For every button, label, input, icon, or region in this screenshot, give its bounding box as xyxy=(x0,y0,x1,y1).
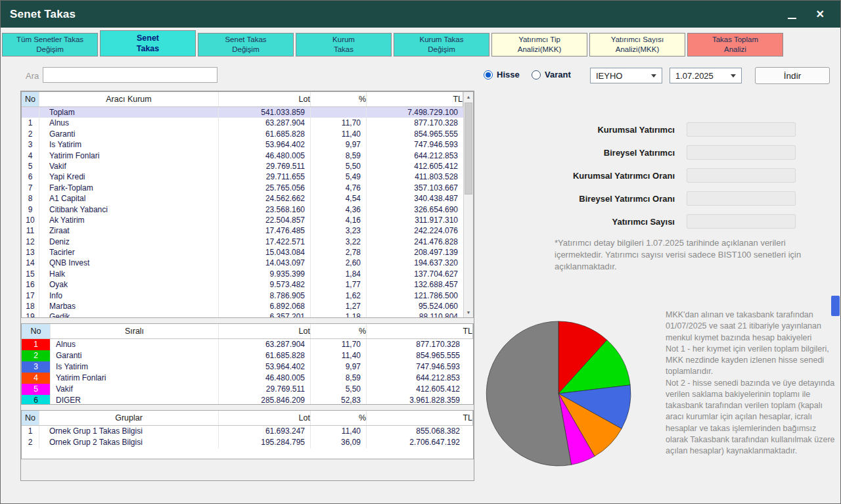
ranked-row[interactable]: 6DIGER285.846.20952,833.961.828.359 xyxy=(22,395,473,405)
cell-pct: 5,49 xyxy=(311,172,367,182)
broker-header-pct[interactable]: % xyxy=(311,92,367,106)
scroll-up-icon[interactable]: ▲ xyxy=(464,92,473,102)
investor-field-input-yatirimci-sayisi[interactable] xyxy=(687,214,796,229)
cell-lot: 541.033.859 xyxy=(219,107,311,118)
scroll-down-icon[interactable]: ▼ xyxy=(464,308,473,317)
broker-row[interactable]: 3Is Yatirim53.964.4029,97747.946.593 xyxy=(22,139,473,150)
tab-kurum-takas[interactable]: KurumTakas xyxy=(296,33,392,57)
minimize-button[interactable] xyxy=(788,18,796,19)
scroll-thumb[interactable] xyxy=(465,103,472,195)
broker-header-no[interactable]: No xyxy=(22,92,39,106)
broker-row[interactable]: 16Oyak9.573.4821,77132.688.457 xyxy=(22,279,473,290)
tab-yatirimci-sayisi-analizi-mkk[interactable]: Yatırımcı SayısıAnalizi(MKK) xyxy=(589,33,685,57)
tab-yatirimci-tip-analizi-mkk[interactable]: Yatırımcı TipAnalizi(MKK) xyxy=(491,33,587,57)
radio-unchecked-icon xyxy=(532,70,541,80)
tab-takas-toplam-analizi[interactable]: Takas ToplamAnalizi xyxy=(687,33,783,57)
broker-row[interactable]: 1Alnus63.287.90411,70877.170.328 xyxy=(22,118,473,128)
cell-pct: 4,36 xyxy=(311,204,367,215)
broker-row[interactable]: 18Marbas6.892.0681,2795.524.060 xyxy=(22,301,473,311)
group-row[interactable]: 1Ornek Grup 1 Takas Bilgisi61.693.24711,… xyxy=(22,426,473,437)
ranked-header-lot[interactable]: Lot xyxy=(219,324,311,338)
cell-lot: 195.284.795 xyxy=(219,437,311,448)
broker-row[interactable]: 7Fark-Toplam25.765.0564,76357.103.667 xyxy=(22,183,473,193)
groups-header-tl[interactable]: TL xyxy=(367,411,473,425)
broker-row[interactable]: 4Yatirim Fonlari46.480.0058,59644.212.85… xyxy=(22,150,473,161)
investor-field-input-bireysel-yatirimci-orani[interactable] xyxy=(687,191,796,206)
cell-lot: 53.964.402 xyxy=(219,361,311,373)
window-scrollbar-thumb[interactable] xyxy=(831,296,840,316)
broker-row[interactable]: 11Ziraat17.476.4853,23242.224.076 xyxy=(22,225,473,236)
investor-field-input-kurumsal-yatirimci-orani[interactable] xyxy=(687,168,796,183)
cell-pct: 11,70 xyxy=(311,339,367,350)
investor-field-input-bireysel-yatirimci[interactable] xyxy=(687,145,796,160)
symbol-select[interactable]: IEYHO xyxy=(590,68,662,83)
download-button[interactable]: İndir xyxy=(755,67,830,84)
ranked-header-tl[interactable]: TL xyxy=(367,324,473,338)
cell-lot: 285.846.209 xyxy=(219,395,311,405)
ranked-header-pct[interactable]: % xyxy=(311,324,367,338)
groups-header-pct[interactable]: % xyxy=(311,411,367,425)
ranked-row[interactable]: 5Vakif29.769.5115,50412.605.412 xyxy=(22,384,473,395)
broker-row[interactable]: 2Garanti61.685.82811,40854.965.555 xyxy=(22,129,473,139)
broker-row[interactable]: 17Info8.786.9051,62121.786.500 xyxy=(22,290,473,301)
date-select[interactable]: 1.07.2025 xyxy=(670,68,742,83)
tab-senet-takas-degisim[interactable]: Senet TakasDeğişim xyxy=(198,33,294,57)
total-row[interactable]: Toplam541.033.8597.498.729.100 xyxy=(22,107,473,118)
broker-header-name[interactable]: Aracı Kurum xyxy=(39,92,219,106)
cell-lot: 53.964.402 xyxy=(219,139,311,150)
broker-row[interactable]: 13Tacirler15.043.0842,78208.497.139 xyxy=(22,247,473,258)
tab-senet-takas[interactable]: SenetTakas xyxy=(100,30,196,57)
groups-header-lot[interactable]: Lot xyxy=(219,411,311,425)
broker-row[interactable]: 15Halk9.935.3991,84137.704.627 xyxy=(22,269,473,279)
pie-chart xyxy=(485,320,632,467)
groups-header-name[interactable]: Gruplar xyxy=(39,411,219,425)
broker-header-tl[interactable]: TL xyxy=(367,92,463,106)
cell-tl: 854.965.555 xyxy=(367,350,473,361)
investor-field-input-kurumsal-yatirimci[interactable] xyxy=(687,122,796,137)
cell-no: 2 xyxy=(22,437,39,448)
cell-name: Oyak xyxy=(39,279,219,290)
cell-name: Gedik xyxy=(39,311,219,318)
ranked-header-no[interactable]: No xyxy=(22,324,51,338)
cell-lot: 29.769.511 xyxy=(219,161,311,172)
tab-tum-senetler-takas-degisim[interactable]: Tüm Senetler TakasDeğişim xyxy=(2,33,98,57)
cell-tl: 854.965.555 xyxy=(367,129,463,139)
cell-tl: 644.212.853 xyxy=(367,373,473,384)
ranked-row[interactable]: 4Yatirim Fonlari46.480.0058,59644.212.85… xyxy=(22,373,473,384)
ranked-row[interactable]: 2Garanti61.685.82811,40854.965.555 xyxy=(22,350,473,361)
close-button[interactable]: ✕ xyxy=(816,9,825,20)
cell-tl: 88.110.804 xyxy=(367,311,463,318)
broker-row[interactable]: 5Vakif29.769.5115,50412.605.412 xyxy=(22,161,473,172)
tab-bar: Tüm Senetler TakasDeğişimSenetTakasSenet… xyxy=(2,30,783,57)
ranked-row[interactable]: 3Is Yatirim53.964.4029,97747.946.593 xyxy=(22,361,473,373)
groups-header-no[interactable]: No xyxy=(22,411,39,425)
broker-header-lot[interactable]: Lot xyxy=(219,92,311,106)
tab-kurum-takas-degisim[interactable]: Kurum TakasDeğişim xyxy=(394,33,489,57)
ranked-header-name[interactable]: Sıralı xyxy=(51,324,219,338)
cell-no: 7 xyxy=(22,183,39,193)
date-select-value: 1.07.2025 xyxy=(675,71,714,81)
tab-label-line2: Takas xyxy=(334,45,353,55)
broker-row[interactable]: 14QNB Invest14.043.0972,60194.637.320 xyxy=(22,258,473,268)
tab-label-line1: Senet Takas xyxy=(225,35,266,45)
table-scrollbar[interactable]: ▲ ▼ xyxy=(463,92,473,317)
broker-row[interactable]: 19Gedik6.357.2011,1888.110.804 xyxy=(22,311,473,318)
cell-lot: 17.422.571 xyxy=(219,237,311,247)
radio-hisse[interactable]: Hisse xyxy=(484,70,520,80)
rank-color-chip: 3 xyxy=(22,361,51,373)
broker-row[interactable]: 10Ak Yatirim22.504.8574,16311.917.310 xyxy=(22,215,473,225)
broker-row[interactable]: 8A1 Capital24.562.6624,54340.438.487 xyxy=(22,193,473,204)
cell-lot: 46.480.005 xyxy=(219,150,311,161)
ranked-row[interactable]: 1Alnus63.287.90411,70877.170.328 xyxy=(22,339,473,350)
cell-no: 13 xyxy=(22,247,39,258)
broker-row[interactable]: 6Yapi Kredi29.711.6555,49411.803.528 xyxy=(22,172,473,182)
group-row[interactable]: 2Ornek Grup 2 Takas Bilgisi195.284.79536… xyxy=(22,437,473,448)
broker-row[interactable]: 12Deniz17.422.5713,22241.476.828 xyxy=(22,237,473,247)
radio-varant[interactable]: Varant xyxy=(532,70,571,80)
cell-pct: 4,76 xyxy=(311,183,367,193)
cell-tl: 2.706.647.192 xyxy=(367,437,473,448)
broker-table: No Aracı Kurum Lot % TL Toplam541.033.85… xyxy=(21,91,474,318)
cell-pct: 8,59 xyxy=(311,150,367,161)
broker-row[interactable]: 9Citibank Yabanci23.568.1604,36326.654.6… xyxy=(22,204,473,215)
search-input[interactable] xyxy=(43,67,217,83)
